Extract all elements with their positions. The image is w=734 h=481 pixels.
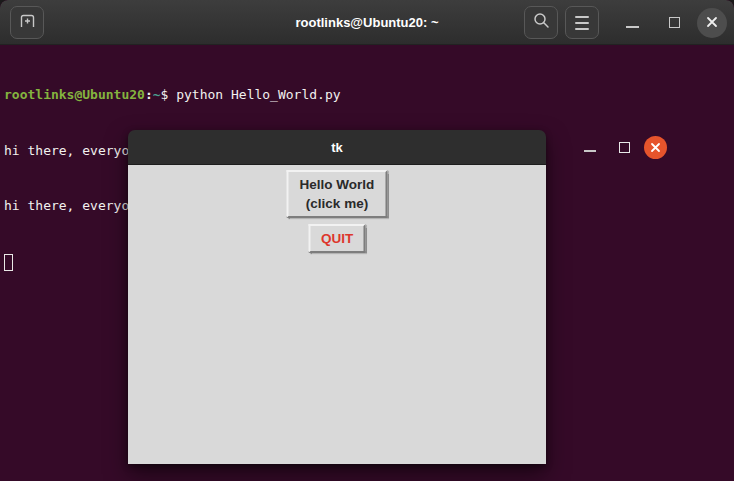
terminal-close-button[interactable] (697, 8, 727, 38)
hello-world-button-line1: Hello World (300, 175, 375, 194)
prompt-user-host: rootlinks@Ubuntu20 (4, 87, 145, 102)
tk-titlebar[interactable]: tk (128, 130, 546, 165)
menu-button[interactable] (565, 6, 599, 39)
hamburger-icon (575, 16, 589, 30)
tk-maximize-button[interactable] (610, 131, 638, 164)
tk-minimize-button[interactable] (576, 131, 604, 164)
maximize-icon (669, 17, 680, 28)
terminal-block-cursor (4, 254, 13, 271)
close-icon (650, 139, 661, 157)
quit-button-label: QUIT (321, 231, 353, 246)
prompt-colon: : (145, 87, 153, 102)
search-icon (533, 12, 550, 33)
minimize-icon (626, 26, 639, 28)
new-tab-icon (19, 13, 36, 32)
terminal-titlebar[interactable]: rootlinks@Ubuntu20: ~ (0, 0, 734, 45)
desktop-screen: rootlinks@Ubuntu20: ~ (0, 0, 734, 481)
quit-button[interactable]: QUIT (309, 224, 366, 253)
search-button[interactable] (524, 6, 558, 39)
minimize-icon (584, 150, 596, 152)
terminal-minimize-button[interactable] (617, 6, 647, 39)
new-tab-button[interactable] (10, 6, 44, 39)
hello-world-button[interactable]: Hello World (click me) (287, 170, 388, 218)
tk-window: tk Hello World (click me) QU (128, 130, 546, 464)
tk-close-button[interactable] (644, 136, 667, 159)
prompt-path: ~ (153, 87, 161, 102)
tk-content-area: Hello World (click me) QUIT (128, 165, 546, 464)
hello-world-button-line2: (click me) (306, 194, 368, 213)
maximize-icon (619, 142, 630, 153)
tk-window-title: tk (331, 140, 343, 155)
terminal-maximize-button[interactable] (659, 6, 689, 39)
terminal-command: python Hello_World.py (168, 87, 340, 102)
terminal-prompt-line: rootlinks@Ubuntu20:~$ python Hello_World… (4, 86, 734, 105)
terminal-window-title: rootlinks@Ubuntu20: ~ (295, 15, 438, 30)
close-icon (706, 14, 718, 32)
